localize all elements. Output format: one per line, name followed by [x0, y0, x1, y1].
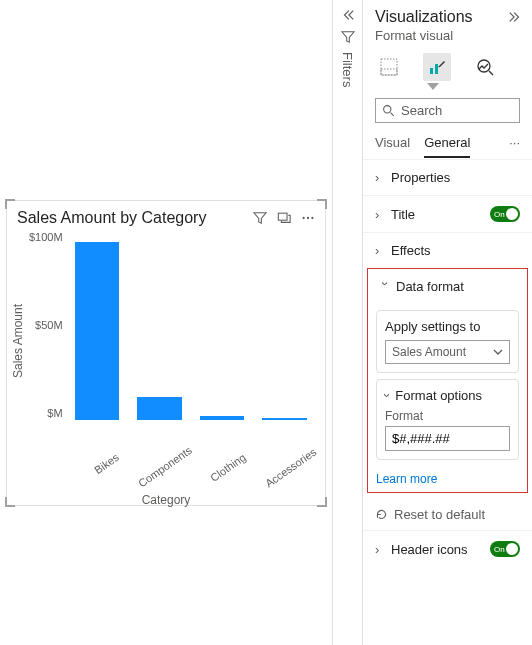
filter-icon[interactable]	[253, 211, 267, 225]
more-options-icon[interactable]	[301, 211, 315, 225]
bar-components[interactable]	[137, 397, 182, 420]
format-mode-switch	[363, 49, 532, 83]
build-visual-icon[interactable]	[375, 53, 403, 81]
section-label: Effects	[391, 243, 520, 258]
svg-point-8	[478, 60, 490, 72]
active-tab-pointer	[427, 83, 439, 90]
reset-icon	[375, 508, 388, 521]
highlighted-area: › Data format Apply settings to Sales Am…	[367, 268, 528, 493]
toggle-label: On	[494, 545, 505, 554]
section-label: Data format	[396, 279, 515, 294]
select-value: Sales Amount	[392, 345, 466, 359]
tabs-more-icon[interactable]: ···	[509, 135, 520, 158]
format-options-label: Format options	[395, 388, 482, 403]
chevron-down-icon	[493, 347, 503, 357]
apply-settings-card: Apply settings to Sales Amount	[376, 310, 519, 373]
search-icon	[382, 104, 395, 117]
chevron-right-icon: ›	[375, 207, 385, 222]
y-axis-ticks: $100M $50M $M	[25, 231, 67, 419]
chart-header: Sales Amount by Category	[7, 201, 325, 231]
format-options-card: › Format options Format	[376, 379, 519, 460]
filters-label: Filters	[340, 52, 355, 87]
apply-settings-label: Apply settings to	[385, 319, 510, 334]
format-visual-icon[interactable]	[423, 53, 451, 81]
svg-rect-0	[278, 213, 287, 220]
section-label: Header icons	[391, 542, 484, 557]
apply-settings-select[interactable]: Sales Amount	[385, 340, 510, 364]
svg-point-1	[302, 217, 304, 219]
section-header-icons[interactable]: › Header icons On	[363, 530, 532, 567]
toggle-title[interactable]: On	[490, 206, 520, 222]
bar-accessories[interactable]	[262, 418, 307, 420]
expand-icon[interactable]	[508, 10, 522, 24]
search-input[interactable]: Search	[375, 98, 520, 123]
search-placeholder: Search	[401, 103, 442, 118]
svg-rect-4	[381, 59, 397, 75]
toggle-header-icons[interactable]: On	[490, 541, 520, 557]
collapse-icon[interactable]	[341, 8, 355, 22]
y-tick: $50M	[29, 319, 63, 331]
section-data-format[interactable]: › Data format	[368, 269, 527, 304]
svg-point-2	[307, 217, 309, 219]
format-tabs: Visual General ···	[363, 129, 532, 159]
format-field-label: Format	[385, 409, 510, 423]
svg-rect-6	[430, 68, 433, 74]
chevron-down-icon: ›	[378, 282, 393, 292]
tab-visual[interactable]: Visual	[375, 135, 410, 158]
pane-subtitle: Format visual	[363, 28, 532, 49]
selection-handle-tr[interactable]	[317, 199, 327, 209]
svg-point-9	[384, 106, 391, 113]
focus-mode-icon[interactable]	[277, 211, 291, 225]
pane-header: Visualizations	[363, 0, 532, 28]
selection-handle-br[interactable]	[317, 497, 327, 507]
y-tick: $100M	[29, 231, 63, 243]
section-label: Title	[391, 207, 484, 222]
visualizations-pane: Visualizations Format visual Search Visu…	[362, 0, 532, 645]
chart-title: Sales Amount by Category	[17, 209, 245, 227]
x-axis-ticks: Bikes Components Clothing Accessories	[7, 451, 325, 487]
y-tick: $M	[29, 407, 63, 419]
bars	[67, 231, 315, 421]
filters-pane-collapsed[interactable]: Filters	[332, 0, 362, 645]
selection-handle-tl[interactable]	[5, 199, 15, 209]
chevron-right-icon: ›	[375, 243, 385, 258]
report-canvas[interactable]: Sales Amount by Category Sales Amount $1…	[0, 0, 332, 645]
selection-handle-bl[interactable]	[5, 497, 15, 507]
tab-general[interactable]: General	[424, 135, 470, 158]
reset-label: Reset to default	[394, 507, 485, 522]
section-label: Properties	[391, 170, 520, 185]
svg-rect-5	[381, 69, 397, 75]
section-effects[interactable]: › Effects	[363, 232, 532, 268]
chevron-right-icon: ›	[375, 170, 385, 185]
svg-rect-7	[435, 64, 438, 74]
y-axis-label: Sales Amount	[11, 231, 25, 451]
svg-point-3	[311, 217, 313, 219]
reset-to-default[interactable]: Reset to default	[363, 499, 532, 530]
filter-icon	[341, 30, 355, 44]
chevron-down-icon: ›	[380, 393, 395, 397]
pane-title: Visualizations	[375, 8, 473, 26]
chart-visual[interactable]: Sales Amount by Category Sales Amount $1…	[6, 200, 326, 506]
toggle-label: On	[494, 210, 505, 219]
chart-plot-area: Sales Amount $100M $50M $M	[7, 231, 325, 451]
format-input[interactable]	[385, 426, 510, 451]
learn-more-link[interactable]: Learn more	[368, 466, 527, 486]
chevron-right-icon: ›	[375, 542, 385, 557]
analytics-icon[interactable]	[471, 53, 499, 81]
section-title[interactable]: › Title On	[363, 195, 532, 232]
section-properties[interactable]: › Properties	[363, 159, 532, 195]
bar-clothing[interactable]	[200, 416, 245, 420]
bar-bikes[interactable]	[75, 242, 120, 420]
